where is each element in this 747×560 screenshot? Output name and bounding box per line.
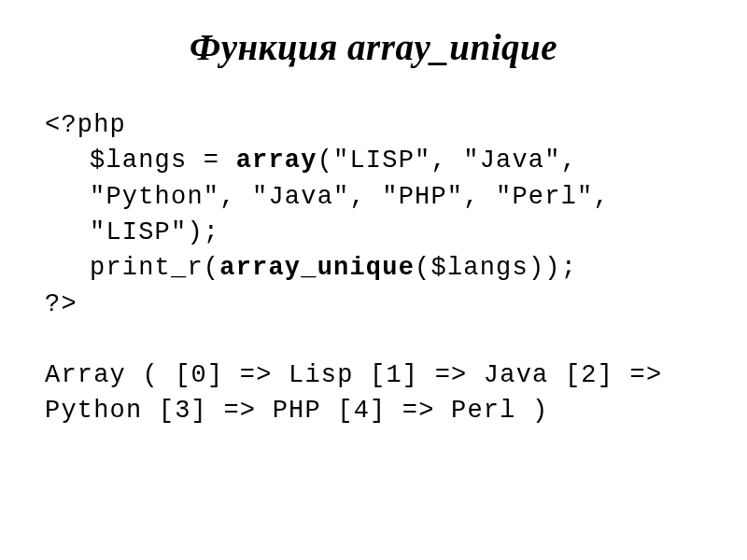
slide-title: Функция array_unique: [45, 26, 702, 68]
print-statement: print_r(array_unique($langs));: [45, 250, 702, 286]
code-keyword-array: array: [236, 147, 317, 175]
spacer: [45, 322, 702, 357]
php-close-tag: ?>: [45, 287, 702, 322]
code-keyword-array-unique: array_unique: [219, 254, 415, 282]
output-result: Array ( [0] => Lisp [1] => Java [2] => P…: [45, 357, 702, 429]
php-open-tag: <?php: [45, 107, 702, 143]
code-block: <?php $langs = array("LISP", "Java", "Py…: [45, 107, 702, 429]
code-text: print_r(: [90, 254, 219, 282]
code-text: ($langs));: [415, 254, 577, 282]
code-text: $langs =: [90, 147, 236, 175]
array-declaration: $langs = array("LISP", "Java", "Python",…: [45, 143, 702, 250]
